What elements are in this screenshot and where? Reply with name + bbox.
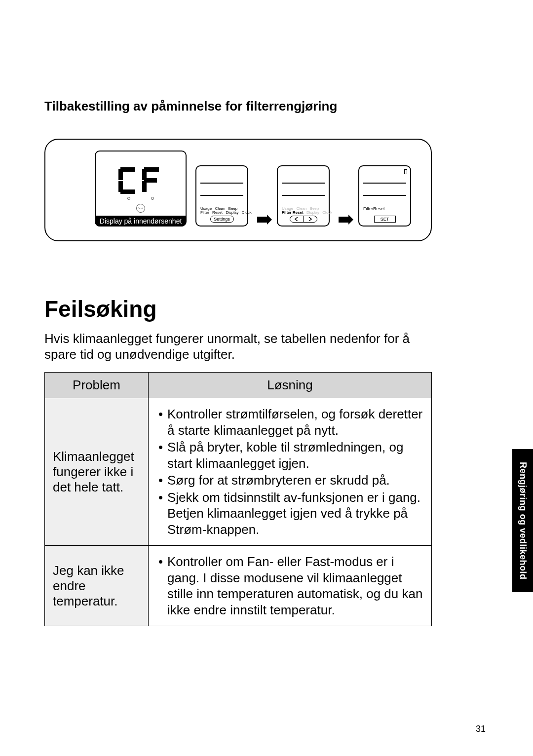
list-item: Slå på bryter, koble til strømledningen,…: [156, 439, 423, 471]
remote-menu-labels: Usage Clean Beep Filter Reset Display Cl…: [200, 207, 252, 215]
indoor-display-panel: Display på innendørsenhet: [95, 151, 187, 227]
remote-panel-nav: Usage Clean Beep Filter Reset Display Cl…: [277, 165, 330, 227]
remote-panel-set: FilterReset SET: [358, 165, 411, 227]
nav-left-right-button[interactable]: [290, 216, 317, 223]
section-side-tab: Rengjøring og vedlikehold: [512, 449, 533, 592]
col-header-problem: Problem: [45, 373, 149, 398]
page-number: 31: [476, 724, 486, 734]
table-row: Klimaanlegget fungerer ikke i det hele t…: [45, 398, 432, 546]
arrow-icon: [339, 217, 349, 227]
svg-rect-7: [142, 181, 147, 192]
col-header-solution: Løsning: [149, 373, 432, 398]
svg-rect-3: [120, 189, 135, 194]
problem-cell: Klimaanlegget fungerer ikke i det hele t…: [45, 398, 149, 546]
seven-segment-cf-icon: [118, 167, 163, 194]
list-item: Sørg for at strømbryteren er skrudd på.: [156, 472, 423, 489]
list-item: Kontroller om Fan- eller Fast-modus er i…: [156, 554, 423, 618]
problem-cell: Jeg kan ikke endre temperatur.: [45, 546, 149, 626]
list-item: Sjekk om tidsinnstilt av-funksjonen er i…: [156, 490, 423, 538]
filter-reset-label: FilterReset: [363, 207, 385, 211]
section-subheading: Tilbakestilling av påminnelse for filter…: [44, 99, 432, 114]
troubleshooting-table: Problem Løsning Klimaanlegget fungerer i…: [44, 372, 432, 626]
set-button[interactable]: SET: [374, 216, 396, 223]
intro-paragraph: Hvis klimaanlegget fungerer unormalt, se…: [44, 331, 432, 362]
solution-cell: Kontroller om Fan- eller Fast-modus er i…: [149, 546, 432, 626]
list-item: Kontroller strømtilførselen, og forsøk d…: [156, 406, 423, 438]
settings-button[interactable]: Settings: [210, 216, 234, 223]
indicator-dots: [127, 197, 154, 200]
chevron-left-icon[interactable]: [290, 216, 304, 222]
svg-rect-1: [118, 169, 123, 180]
solution-cell: Kontroller strømtilførselen, og forsøk d…: [149, 398, 432, 546]
page-title: Feilsøking: [44, 296, 432, 322]
remote-menu-labels-2: Usage Clean Beep Filter Reset Display Cl…: [282, 207, 332, 215]
remote-panel-settings: Usage Clean Beep Filter Reset Display Cl…: [195, 165, 248, 227]
smile-icon: [136, 204, 145, 213]
chevron-right-icon[interactable]: [304, 216, 317, 222]
table-row: Jeg kan ikke endre temperatur. Kontrolle…: [45, 546, 432, 626]
arrow-icon: [257, 217, 268, 227]
indoor-display-caption: Display på innendørsenhet: [96, 216, 186, 227]
filter-reset-diagram: Display på innendørsenhet Usage Clean Be…: [44, 139, 432, 241]
